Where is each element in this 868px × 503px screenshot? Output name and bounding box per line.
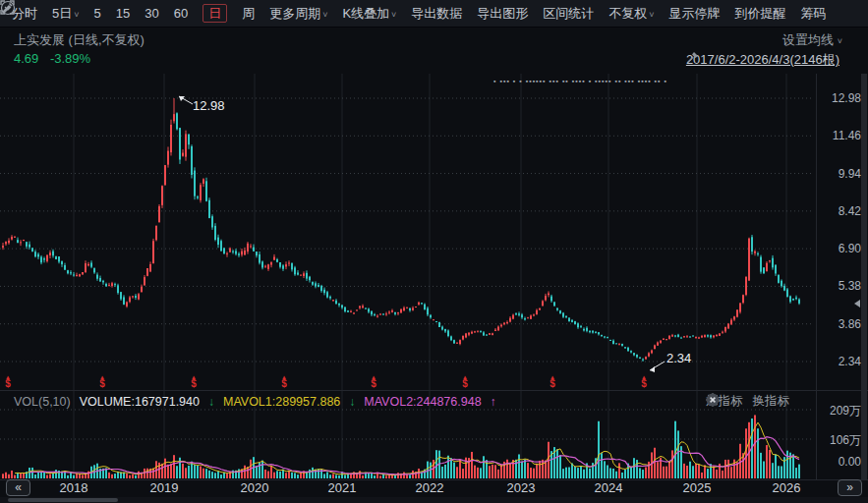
dividend-marker[interactable]: ▲$	[1, 373, 15, 389]
price-tick-label: 8.42	[816, 204, 861, 218]
toolbar-item-6[interactable]: 日	[203, 4, 227, 23]
up-triangle-icon: ▲	[458, 374, 472, 380]
vertical-scrollbar[interactable]	[861, 74, 867, 479]
up-triangle-icon: ▲	[367, 374, 380, 380]
axis-border	[816, 74, 817, 479]
toolbar-item-9[interactable]: K线叠加˅	[342, 5, 396, 23]
toolbar-item-10[interactable]: 导出数据	[411, 5, 462, 23]
dividend-marker[interactable]: ▲$	[187, 373, 201, 389]
dividend-marker[interactable]: ▲$	[546, 373, 559, 389]
toolbar-item-1[interactable]: 5日˅	[52, 5, 80, 23]
up-triangle-icon: ▲	[637, 374, 651, 380]
toolbar: 分时5日˅5153060日周更多周期˅K线叠加˅导出数据导出图形区间统计不复权˅…	[0, 0, 868, 28]
toolbar-item-7[interactable]: 周	[242, 5, 255, 23]
date-range-row: 2017/6/2-2026/4/3(2146根)	[686, 51, 844, 69]
price-change-row: 4.69 -3.89%	[14, 51, 98, 66]
year-label-2022: 2022	[416, 480, 444, 495]
price-tick-label: 5.38	[816, 279, 861, 293]
last-price: 4.69	[14, 51, 38, 66]
toolbar-item-8[interactable]: 更多周期˅	[269, 5, 327, 23]
chevron-down-icon: ˅	[391, 10, 396, 20]
price-tick-label: 11.46	[816, 129, 861, 142]
dollar-icon: $	[637, 379, 651, 389]
dollar-icon: $	[187, 379, 201, 389]
dollar-icon: $	[367, 379, 380, 389]
low-annotation: 2.34	[666, 351, 691, 365]
price-tick-label: 2.34	[816, 355, 861, 368]
dollar-icon: $	[546, 379, 559, 389]
volume-tick-label: 0.00	[816, 455, 861, 469]
up-triangle-icon: ▲	[546, 374, 559, 380]
dividend-marker[interactable]: ▲$	[637, 373, 651, 389]
volume-tick-label: 106万	[816, 432, 861, 449]
up-triangle-icon: ▲	[1, 374, 15, 380]
mavol2-up-arrow-icon: ↑	[491, 395, 496, 409]
volume-value: VOLUME:167971.940	[80, 395, 200, 409]
toolbar-item-13[interactable]: 不复权˅	[608, 5, 654, 23]
x-axis: « 201820192020202120222023202420252026 »	[0, 479, 868, 496]
price-tick-label: 6.90	[816, 242, 861, 255]
year-label-2018: 2018	[60, 480, 88, 495]
price-tick-label: 12.98	[816, 91, 861, 105]
dollar-icon: $	[95, 379, 109, 389]
price-pane[interactable]	[0, 74, 816, 390]
up-triangle-icon: ▲	[95, 374, 109, 380]
toolbar-item-2[interactable]: 5	[94, 6, 101, 21]
price-tick-label: 3.86	[816, 317, 861, 331]
volume-indicator-label[interactable]: VOL(5,10)	[14, 395, 71, 409]
year-label-2023: 2023	[507, 480, 536, 495]
chevron-down-icon: ˅	[649, 10, 654, 20]
scroll-right-button[interactable]: »	[838, 479, 862, 496]
toolbar-item-14[interactable]: 显示停牌	[669, 5, 721, 23]
price-tick-label: 9.94	[816, 167, 861, 181]
toolbar-item-5[interactable]: 60	[174, 6, 188, 21]
volume-header-actions: 加指标 换指标	[706, 393, 809, 410]
toolbar-item-16[interactable]: 筹码	[801, 5, 827, 23]
switch-indicator-button[interactable]: 换指标	[753, 393, 790, 410]
year-label-2026: 2026	[773, 480, 801, 495]
year-label-2019: 2019	[150, 480, 179, 495]
dividend-marker[interactable]: ▲$	[458, 373, 472, 389]
dividend-marker[interactable]: ▲$	[95, 373, 109, 389]
chevron-down-icon: ˅	[74, 10, 79, 20]
toolbar-item-11[interactable]: 导出图形	[477, 5, 528, 23]
volume-tick-label: 209万	[816, 403, 861, 419]
up-triangle-icon: ▲	[187, 374, 201, 380]
year-label-2021: 2021	[328, 480, 357, 495]
toolbar-item-15[interactable]: 到价提醒	[735, 5, 786, 23]
mavol2-value: MAVOL2:244876.948	[364, 395, 481, 409]
volume-header: VOL(5,10) VOLUME:167971.940 ↓ MAVOL1:289…	[14, 393, 496, 410]
toolbar-item-4[interactable]: 30	[145, 6, 158, 21]
toolbar-item-3[interactable]: 15	[116, 6, 130, 21]
change-percent: -3.89%	[50, 51, 90, 66]
dollar-icon: $	[1, 379, 15, 389]
dividend-marker[interactable]: ▲$	[367, 373, 380, 389]
high-annotation: 12.98	[193, 98, 225, 113]
current-price-marker	[854, 300, 860, 307]
toolbar-item-12[interactable]: 区间统计	[543, 5, 594, 23]
volume-down-arrow-icon: ↓	[208, 395, 214, 409]
stock-chart-window: 分时5日˅5153060日周更多周期˅K线叠加˅导出数据导出图形区间统计不复权˅…	[0, 0, 868, 503]
dividend-marker[interactable]: ▲$	[277, 373, 291, 389]
ma-settings-button[interactable]: 设置均线 ˅	[782, 31, 842, 49]
horizontal-scrollbar-thumb[interactable]	[8, 498, 118, 502]
year-label-2024: 2024	[595, 480, 623, 495]
mavol1-down-arrow-icon: ↓	[349, 395, 355, 409]
year-label-2025: 2025	[683, 480, 712, 495]
date-range-link[interactable]: 2017/6/2-2026/4/3(2146根)	[686, 51, 839, 69]
price-chart-canvas[interactable]	[0, 74, 816, 390]
ma-settings-label: 设置均线	[782, 32, 834, 47]
year-label-2020: 2020	[241, 480, 269, 495]
up-triangle-icon: ▲	[277, 374, 291, 380]
event-marker-strip: ▪ ▪▪▪ ▪ ▪ ▪▪▪▪▪▪ ▪▪▪ ▪▪ ▪▪▪▪ ▪ ▪▪▪▪▪ ▪▪ …	[493, 76, 814, 87]
scroll-left-button[interactable]: «	[6, 479, 30, 496]
chevron-down-icon: ˅	[322, 10, 327, 20]
horizontal-scrollbar[interactable]	[0, 497, 868, 503]
dollar-icon: $	[277, 379, 291, 389]
mavol1-value: MAVOL1:289957.886	[223, 395, 340, 409]
chevron-down-icon: ˅	[838, 36, 842, 46]
instrument-title: 上实发展 (日线,不复权)	[14, 31, 145, 49]
dollar-icon: $	[458, 379, 472, 389]
